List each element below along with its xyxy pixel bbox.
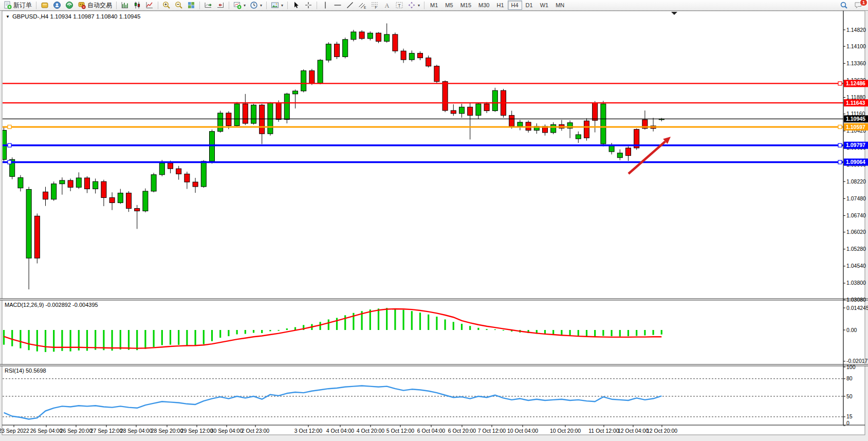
svg-text:E: E [364, 6, 366, 9]
line-handle[interactable] [8, 143, 11, 147]
candle [126, 193, 132, 209]
dropdown-arrow-icon: ▾ [418, 3, 420, 8]
tile-windows-button[interactable] [185, 0, 197, 10]
timeframe-m5-button[interactable]: M5 [441, 1, 456, 10]
cursor-tool-button[interactable] [290, 0, 302, 10]
bars-icon [121, 1, 129, 9]
chart-canvas[interactable]: 1.148201.141001.133601.126201.118801.111… [0, 0, 868, 441]
gold-box-icon [41, 1, 49, 9]
candle [509, 115, 514, 126]
chart-shift-button[interactable] [214, 0, 227, 10]
line-handle[interactable] [838, 125, 842, 128]
fibo-icon: F [371, 1, 379, 9]
line-handle[interactable] [8, 160, 11, 164]
notifications-button[interactable]: 1 [852, 0, 864, 10]
new-chart-icon [233, 1, 242, 9]
line-handle[interactable] [8, 125, 11, 128]
time-tick-label: 11 Oct 12:00 [588, 428, 619, 434]
toolbar-separator [36, 2, 36, 9]
price-tick-label: 1.14820 [846, 27, 866, 33]
chevron-down-icon[interactable]: ▼ [6, 14, 10, 19]
chart-profile-button[interactable]: ▾ [269, 0, 285, 10]
time-tick-label: 12 Oct 20:00 [647, 428, 677, 434]
line-handle[interactable] [838, 82, 842, 85]
autotrading-button[interactable]: 自动交易 [76, 0, 114, 10]
candle [418, 53, 423, 58]
candle [426, 58, 431, 66]
timeframe-m30-button[interactable]: M30 [475, 1, 493, 10]
dropdown-arrow-icon: ▾ [281, 3, 283, 8]
chart-title-text: GBPUSD-,H4 1.10934 1.10987 1.10840 1.109… [12, 13, 140, 20]
candle-chart-button[interactable] [131, 0, 143, 10]
toolbar-separator [287, 2, 288, 9]
chart-title: ▼ GBPUSD-,H4 1.10934 1.10987 1.10840 1.1… [6, 13, 140, 20]
rsi-tick-label: 80 [846, 375, 853, 381]
time-tick-label: 6 Oct 20:00 [448, 428, 476, 434]
candle [476, 104, 481, 115]
svg-text:F: F [375, 6, 377, 9]
candle [459, 107, 465, 114]
price-tick-label: 1.04540 [846, 263, 866, 269]
label-tool-button[interactable]: T [393, 0, 405, 10]
time-tick-label: 7 Oct 12:00 [478, 428, 506, 434]
auto-scroll-button[interactable] [202, 0, 214, 10]
line-handle[interactable] [838, 160, 842, 164]
candle [109, 198, 115, 203]
candle [210, 132, 215, 161]
channel-tool-button[interactable]: E [356, 0, 368, 10]
candle [85, 178, 90, 189]
candle [118, 193, 123, 203]
candle [60, 180, 65, 184]
price-tag-label: 1.10945 [846, 116, 865, 122]
timeframe-h1-button[interactable]: H1 [493, 1, 507, 10]
line-chart-button[interactable] [143, 0, 156, 10]
timeframe-d1-button[interactable]: D1 [522, 1, 537, 10]
candle [93, 181, 98, 189]
crosshair-tool-button[interactable] [302, 0, 315, 10]
scroll-end-icon [204, 1, 212, 9]
new-order-button[interactable]: 新订单 [2, 0, 34, 10]
line-handle[interactable] [838, 143, 842, 147]
zoom-in-button[interactable] [160, 0, 173, 10]
text-tool-button[interactable]: A [381, 0, 393, 10]
time-tick-label: 27 Sep 12:00 [90, 428, 123, 434]
macd-indicator-label: MACD(12,26,9) -0.002892 -0.004395 [5, 302, 98, 308]
timeframe-m1-button[interactable]: M1 [427, 1, 441, 10]
toolbar-separator [229, 2, 229, 9]
hline-tool-button[interactable] [331, 0, 344, 10]
timeframe-mn-button[interactable]: MN [552, 1, 568, 10]
time-tick-label: 10 Oct 20:00 [550, 428, 581, 434]
timeframe-h4-button[interactable]: H4 [508, 1, 522, 10]
candle [343, 40, 348, 57]
candle [18, 178, 23, 188]
svg-text:A: A [385, 2, 390, 9]
candle [176, 169, 181, 174]
signals-button[interactable] [63, 0, 76, 10]
price-tick-label: 1.06740 [846, 212, 866, 218]
periods-button[interactable]: ▾ [248, 0, 264, 10]
search-button[interactable] [838, 0, 850, 10]
time-tick-label: 28 Sep 20:00 [151, 428, 183, 434]
candle [293, 91, 298, 94]
candle [218, 113, 223, 132]
new-chart-button[interactable]: ▾ [231, 0, 248, 10]
vline-tool-button[interactable] [319, 0, 331, 10]
search-icon [840, 1, 848, 9]
linechart-icon [145, 1, 154, 9]
arrows-tool-button[interactable]: ▾ [405, 0, 422, 10]
market-watch-button[interactable] [39, 0, 51, 10]
picture-icon [271, 1, 279, 9]
timeframe-w1-button[interactable]: W1 [537, 1, 552, 10]
price-tick-label: 1.05280 [846, 246, 866, 252]
timeframe-m15-button[interactable]: M15 [457, 1, 475, 10]
macd-tick-label: 0.00 [846, 327, 857, 333]
price-tick-label: 1.14100 [846, 43, 866, 49]
time-tick-label: 3 Oct 12:00 [294, 428, 322, 434]
zoom-out-button[interactable] [173, 0, 185, 10]
profile-button[interactable] [51, 0, 63, 10]
candle [243, 104, 248, 123]
fibonacci-tool-button[interactable]: F [368, 0, 381, 10]
trendline-tool-button[interactable] [344, 0, 356, 10]
bar-chart-button[interactable] [119, 0, 131, 10]
candle [26, 189, 31, 258]
